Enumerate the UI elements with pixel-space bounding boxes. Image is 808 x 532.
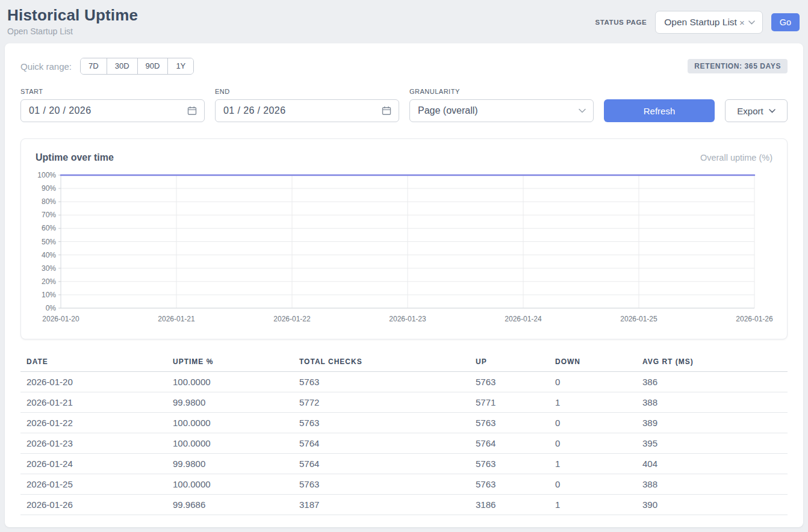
start-date-input[interactable]: 01 / 20 / 2026 — [20, 99, 205, 122]
svg-text:2026-01-21: 2026-01-21 — [158, 315, 195, 323]
page-title: Historical Uptime — [7, 6, 138, 25]
quick-range-button-group: 7D 30D 90D 1Y — [80, 58, 194, 75]
chart-title: Uptime over time — [36, 152, 114, 163]
table-cell: 99.9800 — [167, 392, 293, 413]
svg-text:2026-01-22: 2026-01-22 — [273, 315, 311, 323]
uptime-chart-card: Uptime over time Overall uptime (%) 0%10… — [20, 138, 788, 339]
table-cell: 100.0000 — [167, 372, 293, 392]
filter-fields-row: START 01 / 20 / 2026 END 01 / 26 / 2026 … — [20, 88, 788, 122]
svg-text:2026-01-24: 2026-01-24 — [505, 315, 542, 323]
table-cell: 0 — [549, 474, 636, 495]
table-header-row: DATE UPTIME % TOTAL CHECKS UP DOWN AVG R… — [20, 354, 788, 372]
export-button-label: Export — [737, 106, 763, 116]
main-panel: Quick range: 7D 30D 90D 1Y RETENTION: 36… — [5, 43, 803, 527]
table-cell: 3186 — [470, 495, 549, 515]
retention-badge: RETENTION: 365 DAYS — [688, 59, 788, 73]
table-cell: 5763 — [470, 413, 549, 433]
svg-text:20%: 20% — [42, 277, 56, 286]
table-row: 2026-01-2499.9800576457631404 — [20, 454, 788, 474]
table-cell: 1 — [549, 495, 636, 515]
uptime-line-chart: 0%10%20%30%40%50%60%70%80%90%100%2026-01… — [36, 170, 774, 328]
status-page-selected-value: Open Startup List — [664, 17, 737, 28]
table-cell: 389 — [636, 413, 788, 433]
table-row: 2026-01-25100.0000576357630388 — [20, 474, 788, 495]
quick-range-7d[interactable]: 7D — [81, 58, 107, 74]
export-button[interactable]: Export — [725, 99, 788, 122]
table-cell: 5764 — [293, 433, 470, 454]
quick-range-90d[interactable]: 90D — [137, 58, 168, 74]
status-page-label: STATUS PAGE — [595, 19, 647, 26]
table-cell: 404 — [636, 454, 788, 474]
granularity-select[interactable]: Page (overall) — [409, 99, 594, 122]
table-cell: 100.0000 — [167, 433, 293, 454]
table-cell: 5771 — [470, 392, 549, 413]
start-date-value: 01 / 20 / 2026 — [29, 105, 91, 116]
chevron-down-icon — [748, 20, 755, 25]
table-cell: 5772 — [293, 392, 470, 413]
table-cell: 5763 — [470, 454, 549, 474]
table-cell: 5763 — [293, 372, 470, 392]
svg-text:30%: 30% — [42, 264, 56, 273]
table-row: 2026-01-2199.9800577257711388 — [20, 392, 788, 413]
column-header-up: UP — [470, 354, 549, 372]
table-cell: 395 — [636, 433, 788, 454]
table-row: 2026-01-22100.0000576357630389 — [20, 413, 788, 433]
status-page-select[interactable]: Open Startup List × — [655, 11, 762, 34]
svg-text:2026-01-25: 2026-01-25 — [620, 315, 657, 323]
svg-text:60%: 60% — [42, 224, 56, 232]
chart-legend: Overall uptime (%) — [700, 153, 772, 162]
calendar-icon[interactable] — [382, 106, 391, 116]
table-cell: 5763 — [470, 474, 549, 495]
table-cell: 5763 — [470, 372, 549, 392]
uptime-table-body: 2026-01-20100.00005763576303862026-01-21… — [20, 372, 788, 515]
column-header-avg-rt: AVG RT (MS) — [636, 354, 788, 372]
go-button[interactable]: Go — [771, 13, 800, 31]
table-cell: 100.0000 — [167, 413, 293, 433]
quick-range-label: Quick range: — [20, 61, 72, 72]
column-header-date: DATE — [20, 354, 167, 372]
quick-range-row: Quick range: 7D 30D 90D 1Y RETENTION: 36… — [20, 58, 788, 75]
table-cell: 0 — [549, 433, 636, 454]
table-cell: 99.9800 — [167, 454, 293, 474]
table-cell: 2026-01-24 — [20, 454, 167, 474]
refresh-button[interactable]: Refresh — [604, 99, 715, 122]
table-cell: 100.0000 — [167, 474, 293, 495]
table-cell: 2026-01-23 — [20, 433, 167, 454]
svg-text:50%: 50% — [42, 238, 56, 246]
table-cell: 2026-01-25 — [20, 474, 167, 495]
end-label: END — [215, 88, 399, 95]
clear-selection-icon[interactable]: × — [739, 17, 745, 28]
table-cell: 388 — [636, 392, 788, 413]
quick-range-30d[interactable]: 30D — [107, 58, 137, 74]
table-cell: 2026-01-21 — [20, 392, 167, 413]
calendar-icon[interactable] — [187, 106, 197, 116]
svg-text:40%: 40% — [42, 251, 56, 259]
chevron-down-icon — [769, 109, 775, 113]
uptime-table: DATE UPTIME % TOTAL CHECKS UP DOWN AVG R… — [20, 354, 788, 515]
table-cell: 2026-01-22 — [20, 413, 167, 433]
table-cell: 3187 — [293, 495, 470, 515]
table-cell: 388 — [636, 474, 788, 495]
quick-range-1y[interactable]: 1Y — [167, 58, 193, 74]
top-header: Historical Uptime Open Startup List STAT… — [0, 0, 808, 43]
svg-text:100%: 100% — [37, 171, 56, 179]
end-date-value: 01 / 26 / 2026 — [223, 105, 285, 116]
granularity-selected-value: Page (overall) — [418, 105, 478, 116]
svg-text:70%: 70% — [42, 211, 56, 219]
table-cell: 5763 — [293, 474, 470, 495]
column-header-down: DOWN — [549, 354, 636, 372]
table-row: 2026-01-23100.0000576457640395 — [20, 433, 788, 454]
table-cell: 0 — [549, 372, 636, 392]
table-cell: 0 — [549, 413, 636, 433]
table-cell: 5764 — [470, 433, 549, 454]
chevron-down-icon — [579, 108, 586, 113]
svg-text:0%: 0% — [46, 304, 57, 312]
svg-text:2026-01-23: 2026-01-23 — [389, 315, 426, 323]
granularity-label: GRANULARITY — [409, 88, 594, 95]
table-row: 2026-01-20100.0000576357630386 — [20, 372, 788, 392]
table-cell: 2026-01-20 — [20, 372, 167, 392]
column-header-uptime: UPTIME % — [167, 354, 293, 372]
table-row: 2026-01-2699.9686318731861390 — [20, 495, 788, 515]
end-date-input[interactable]: 01 / 26 / 2026 — [215, 99, 399, 122]
table-cell: 1 — [549, 454, 636, 474]
